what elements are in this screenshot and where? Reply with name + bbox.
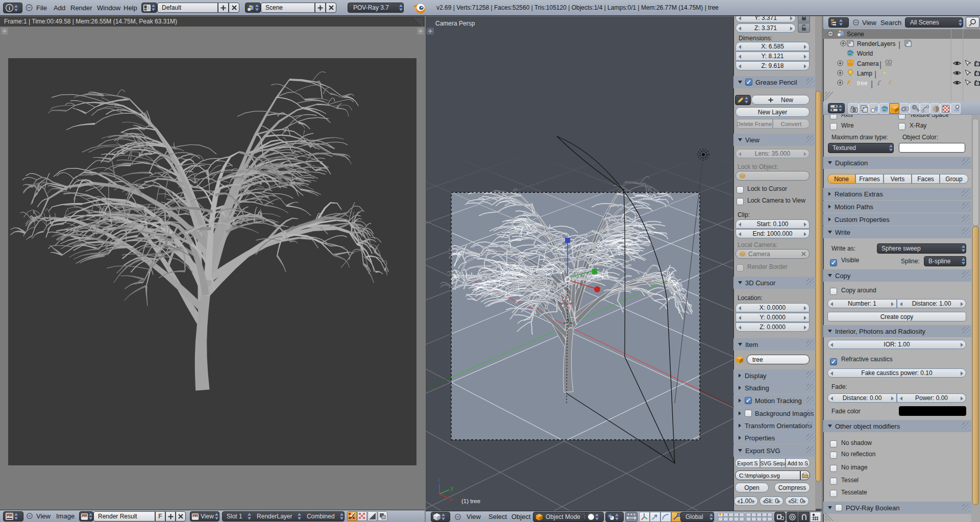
svg-text:i: i — [9, 5, 10, 11]
svg-text:x: x — [450, 496, 452, 502]
svg-text:Camera Persp: Camera Persp — [435, 20, 475, 27]
svg-text:(1) tree: (1) tree — [461, 498, 480, 504]
svg-text:z: z — [438, 477, 440, 483]
svg-text:y: y — [451, 485, 453, 491]
